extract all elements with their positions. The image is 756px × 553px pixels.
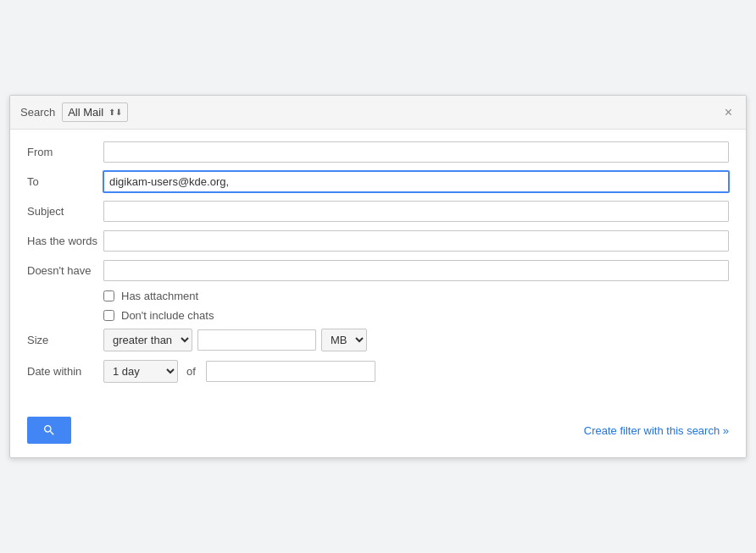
size-unit-select[interactable]: MB KB B [321,329,367,351]
to-label: To [27,175,103,188]
all-mail-select[interactable]: All Mail ⬆⬇ [62,102,128,122]
has-words-label: Has the words [27,235,103,247]
size-value-input[interactable] [197,329,316,351]
subject-label: Subject [27,205,103,218]
date-within-row: Date within 1 day 3 days 1 week 2 weeks … [27,360,729,383]
date-within-select[interactable]: 1 day 3 days 1 week 2 weeks 1 month 2 mo… [103,360,178,383]
dialog-footer: Create filter with this search » [10,410,746,457]
dont-include-chats-checkbox[interactable] [103,310,114,321]
dont-include-chats-label: Don't include chats [121,309,214,322]
to-input[interactable] [103,171,729,192]
subject-row: Subject [27,201,729,222]
subject-input[interactable] [103,201,729,222]
size-operator-select[interactable]: greater than less than [103,329,192,351]
dont-include-chats-row: Don't include chats [27,309,729,322]
size-label: Size [27,334,103,346]
has-words-row: Has the words [27,230,729,252]
has-attachment-label: Has attachment [121,290,198,302]
doesnt-have-input[interactable] [103,260,729,281]
has-words-input[interactable] [103,230,729,252]
all-mail-arrow-icon: ⬆⬇ [108,108,122,117]
from-input[interactable] [103,141,729,163]
search-dialog: Search All Mail ⬆⬇ × From To Subject Has… [9,95,747,458]
size-row: Size greater than less than MB KB B [27,329,729,351]
has-attachment-checkbox[interactable] [103,290,114,301]
close-button[interactable]: × [721,104,736,121]
create-filter-link[interactable]: Create filter with this search » [584,424,729,437]
date-of-input[interactable] [206,361,375,382]
has-attachment-row: Has attachment [27,290,729,302]
date-within-label: Date within [27,365,103,378]
of-label: of [186,365,196,378]
all-mail-label: All Mail [68,106,103,119]
from-row: From [27,141,729,163]
search-row: Search All Mail ⬆⬇ [20,102,128,122]
to-row: To [27,171,729,192]
search-icon [42,423,56,437]
doesnt-have-row: Doesn't have [27,260,729,281]
dialog-body: From To Subject Has the words Doesn't ha… [10,130,746,410]
search-label: Search [20,106,55,119]
from-label: From [27,146,103,158]
search-button[interactable] [27,417,71,444]
doesnt-have-label: Doesn't have [27,264,103,277]
dialog-top-bar: Search All Mail ⬆⬇ × [10,96,746,130]
